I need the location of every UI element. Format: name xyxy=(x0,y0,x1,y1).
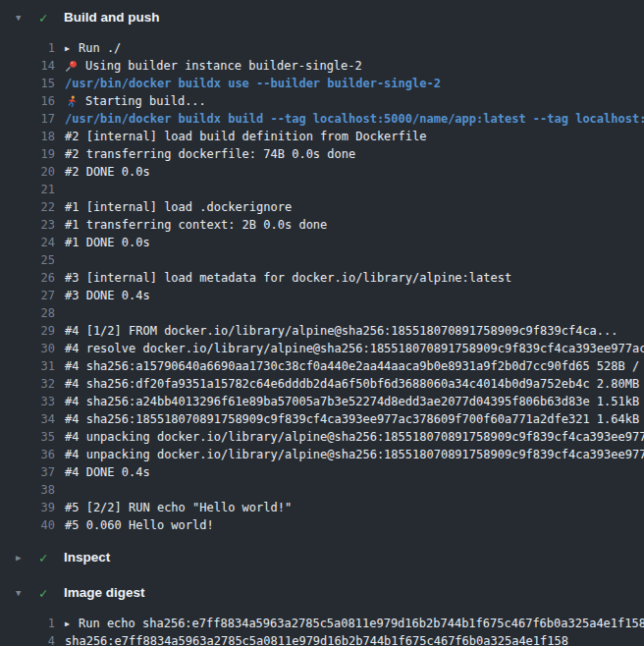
line-number[interactable]: 18 xyxy=(0,130,55,143)
log-text: #2 [internal] load build definition from… xyxy=(65,130,426,143)
line-number[interactable]: 38 xyxy=(0,483,55,497)
line-number[interactable]: 21 xyxy=(0,183,55,196)
step-section-inspect: ▶✓Inspect xyxy=(0,540,644,575)
step-section-build-and-push: ▼✓Build and push1▶Run ./14Using builder … xyxy=(0,0,644,534)
log-lines-build-and-push: 1▶Run ./14Using builder instance builder… xyxy=(0,39,644,534)
step-title: Inspect xyxy=(64,550,110,565)
log-text: sha256:e7ff8834a5963a2785c5a0811e979d16b… xyxy=(65,634,568,646)
success-check-icon: ✓ xyxy=(39,10,55,26)
log-text: #4 sha256:185518070891758909c9f839cf4ca3… xyxy=(65,412,644,426)
line-number[interactable]: 20 xyxy=(0,165,55,179)
log-line: 33#4 sha256:a24bb4013296f61e89ba57005a7b… xyxy=(0,393,644,410)
line-content: #3 DONE 0.4s xyxy=(65,289,150,302)
line-number[interactable]: 15 xyxy=(0,77,55,90)
log-text: #4 unpacking docker.io/library/alpine@sh… xyxy=(65,448,644,461)
line-number[interactable]: 19 xyxy=(0,147,55,161)
line-content: #4 DONE 0.4s xyxy=(65,465,150,479)
line-number[interactable]: 29 xyxy=(0,324,55,338)
step-header-inspect[interactable]: ▶✓Inspect xyxy=(0,540,644,575)
line-number[interactable]: 34 xyxy=(0,412,55,426)
line-number[interactable]: 33 xyxy=(0,395,55,408)
chevron-right-icon: ▶ xyxy=(16,550,31,565)
log-text: #1 transferring context: 2B 0.0s done xyxy=(65,218,327,232)
line-content: #1 transferring context: 2B 0.0s done xyxy=(65,218,327,232)
line-number[interactable]: 27 xyxy=(0,289,55,302)
line-number[interactable]: 28 xyxy=(0,306,55,320)
log-text: #4 sha256:a24bb4013296f61e89ba57005a7b3e… xyxy=(65,395,644,408)
step-header-image-digest[interactable]: ▼✓Image digest xyxy=(0,575,644,611)
log-text: #5 0.060 Hello world! xyxy=(65,518,214,532)
line-content: ▶Run echo sha256:e7ff8834a5963a2785c5a08… xyxy=(65,617,644,630)
line-content: sha256:e7ff8834a5963a2785c5a0811e979d16b… xyxy=(65,634,568,646)
line-number[interactable]: 1 xyxy=(0,617,55,630)
log-line: 24#1 DONE 0.0s xyxy=(0,234,644,251)
expand-group-toggle-icon[interactable]: ▶ xyxy=(65,619,79,628)
log-text: #2 DONE 0.0s xyxy=(65,165,150,179)
log-text: #4 sha256:a15790640a6690aa1730c38cf0a440… xyxy=(65,359,644,373)
log-text: #2 transferring dockerfile: 74B 0.0s don… xyxy=(65,147,355,161)
log-line: 28 xyxy=(0,304,644,322)
workflow-log-viewer[interactable]: ▼✓Build and push1▶Run ./14Using builder … xyxy=(0,0,644,646)
line-content: Starting build... xyxy=(65,94,206,108)
log-line: 30#4 resolve docker.io/library/alpine@sh… xyxy=(0,340,644,357)
log-line: 27#3 DONE 0.4s xyxy=(0,287,644,304)
line-number[interactable]: 39 xyxy=(0,501,55,514)
log-text: #1 [internal] load .dockerignore xyxy=(65,200,292,214)
line-content: #4 unpacking docker.io/library/alpine@sh… xyxy=(65,430,644,444)
line-number[interactable]: 16 xyxy=(0,94,55,108)
log-line: 4sha256:e7ff8834a5963a2785c5a0811e979d16… xyxy=(0,632,644,646)
line-content: #1 DONE 0.0s xyxy=(65,236,150,249)
log-line: 35#4 unpacking docker.io/library/alpine@… xyxy=(0,428,644,446)
log-line: 40#5 0.060 Hello world! xyxy=(0,516,644,534)
success-check-icon: ✓ xyxy=(39,550,55,565)
step-header-build-and-push[interactable]: ▼✓Build and push xyxy=(0,0,644,35)
log-text: #3 [internal] load metadata for docker.i… xyxy=(65,271,511,285)
log-line: 26#3 [internal] load metadata for docker… xyxy=(0,269,644,287)
line-content: ▶Run ./ xyxy=(65,41,121,55)
line-content: #4 sha256:a15790640a6690aa1730c38cf0a440… xyxy=(65,359,644,373)
log-text: #3 DONE 0.4s xyxy=(65,289,150,302)
line-number[interactable]: 22 xyxy=(0,200,55,214)
command-text: /usr/bin/docker buildx use --builder bui… xyxy=(65,77,441,90)
log-line: 1▶Run ./ xyxy=(0,39,644,57)
line-content: #4 [1/2] FROM docker.io/library/alpine@s… xyxy=(65,324,618,338)
line-number[interactable]: 4 xyxy=(0,634,55,646)
line-number[interactable]: 24 xyxy=(0,236,55,249)
log-line: 18#2 [internal] load build definition fr… xyxy=(0,128,644,145)
line-number[interactable]: 31 xyxy=(0,359,55,373)
pushpin-icon xyxy=(65,60,78,73)
line-number[interactable]: 14 xyxy=(0,59,55,73)
line-number[interactable]: 37 xyxy=(0,465,55,479)
line-content: #4 sha256:185518070891758909c9f839cf4ca3… xyxy=(65,412,644,426)
line-number[interactable]: 26 xyxy=(0,271,55,285)
log-text: Using builder instance builder-single-2 xyxy=(85,59,362,73)
line-number[interactable]: 36 xyxy=(0,448,55,461)
log-line: 25 xyxy=(0,251,644,269)
log-line: 21 xyxy=(0,181,644,198)
line-number[interactable]: 23 xyxy=(0,218,55,232)
line-number[interactable]: 1 xyxy=(0,41,55,55)
line-number[interactable]: 35 xyxy=(0,430,55,444)
line-content: #4 unpacking docker.io/library/alpine@sh… xyxy=(65,448,644,461)
runner-icon xyxy=(65,95,78,108)
line-number[interactable]: 25 xyxy=(0,253,55,267)
log-line: 23#1 transferring context: 2B 0.0s done xyxy=(0,216,644,234)
line-number[interactable]: 17 xyxy=(0,112,55,126)
line-content: /usr/bin/docker buildx build --tag local… xyxy=(65,112,644,126)
line-content: #4 sha256:df20fa9351a15782c64e6dddb2d4a6… xyxy=(65,377,644,391)
line-number[interactable]: 40 xyxy=(0,518,55,532)
line-number[interactable]: 30 xyxy=(0,342,55,355)
log-line: 1▶Run echo sha256:e7ff8834a5963a2785c5a0… xyxy=(0,615,644,632)
log-line: 14Using builder instance builder-single-… xyxy=(0,57,644,75)
log-text: Run echo sha256:e7ff8834a5963a2785c5a081… xyxy=(79,617,644,630)
chevron-down-icon: ▼ xyxy=(16,585,31,601)
log-lines-image-digest: 1▶Run echo sha256:e7ff8834a5963a2785c5a0… xyxy=(0,615,644,646)
log-line: 38 xyxy=(0,481,644,499)
log-text: #5 [2/2] RUN echo "Hello world!" xyxy=(65,501,292,514)
log-text: #4 DONE 0.4s xyxy=(65,465,150,479)
line-number[interactable]: 32 xyxy=(0,377,55,391)
log-line: 15/usr/bin/docker buildx use --builder b… xyxy=(0,75,644,92)
step-section-image-digest: ▼✓Image digest1▶Run echo sha256:e7ff8834… xyxy=(0,575,644,646)
expand-group-toggle-icon[interactable]: ▶ xyxy=(65,44,79,53)
log-line: 17/usr/bin/docker buildx build --tag loc… xyxy=(0,110,644,128)
